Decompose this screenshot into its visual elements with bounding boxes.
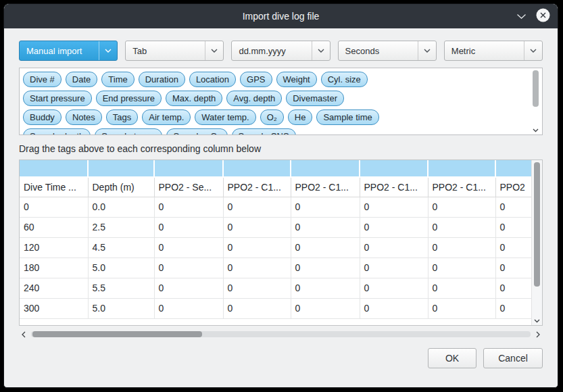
column-drop-target[interactable] (495, 160, 531, 177)
field-tag[interactable]: GPS (240, 72, 272, 87)
ok-button[interactable]: OK (428, 348, 476, 368)
scrollbar-handle[interactable] (534, 162, 540, 287)
field-tag[interactable]: Date (66, 72, 97, 87)
duration-format-select[interactable]: Seconds (338, 41, 437, 61)
column-header[interactable]: PPO2 - C1... (360, 177, 428, 197)
chevron-down-icon (99, 41, 117, 60)
field-tag[interactable]: Sample pO₂ (166, 128, 227, 135)
table-cell: 60 (20, 217, 88, 237)
column-header[interactable]: PPO2 - Se... (154, 177, 223, 197)
scrollbar-track[interactable] (31, 331, 531, 337)
scroll-right-arrow[interactable] (533, 331, 543, 338)
column-header[interactable]: PPO2 - C1... (291, 177, 360, 197)
column-header[interactable]: PPO2 - C1... (223, 177, 291, 197)
field-tag[interactable]: Cyl. size (321, 72, 368, 87)
combo-value: Seconds (339, 46, 418, 56)
combo-value: dd.mm.yyyy (232, 46, 311, 56)
import-dialog-window: Import dive log file Manual import Tab d… (3, 3, 558, 388)
field-tag[interactable]: Water temp. (195, 109, 255, 125)
units-select[interactable]: Metric (444, 41, 543, 61)
field-tag[interactable]: Start pressure (23, 91, 92, 106)
column-drop-target[interactable] (428, 160, 495, 177)
table-cell: 0 (428, 258, 495, 278)
table-row: 0 0.0 0 0 0 0 0 0 (20, 197, 531, 217)
dialog-content: Manual import Tab dd.mm.yyyy Seconds Met… (4, 28, 558, 388)
close-icon (536, 8, 550, 24)
column-drop-target[interactable] (360, 160, 428, 177)
date-format-select[interactable]: dd.mm.yyyy (231, 41, 330, 61)
field-tag[interactable]: Buddy (23, 109, 62, 125)
field-tag[interactable]: Sample time (316, 109, 378, 125)
field-tag[interactable]: Tags (106, 109, 138, 125)
chevron-down-icon (312, 41, 330, 60)
column-header[interactable]: PPO2 - C1... (428, 177, 495, 197)
table-cell: 0 (154, 258, 223, 278)
column-drop-target[interactable] (88, 160, 154, 177)
column-header[interactable]: Depth (m) (88, 177, 154, 197)
table-cell: 0 (428, 298, 495, 318)
table-cell: 120 (20, 237, 88, 258)
tag-row: Dive # Date Time Duration Location GPS W… (23, 72, 526, 87)
scrollbar-handle[interactable] (533, 70, 539, 107)
table-cell: 180 (20, 258, 88, 278)
table-cell: 0 (428, 278, 495, 298)
instruction-text: Drag the tags above to each correspondin… (19, 143, 543, 154)
field-tag[interactable]: End pressure (96, 91, 162, 106)
table-cell: 0 (495, 217, 531, 237)
shade-button[interactable] (516, 11, 527, 22)
field-tag[interactable]: Location (189, 72, 236, 87)
chevron-down-icon (516, 11, 527, 22)
scroll-down-arrow[interactable] (531, 128, 541, 132)
preview-table: Dive Time ... Depth (m) PPO2 - Se... PPO… (20, 160, 531, 319)
field-tag[interactable]: Sample depth (23, 128, 91, 135)
column-header[interactable]: Dive Time ... (20, 177, 88, 197)
table-cell: 0 (154, 278, 223, 298)
table-cell: 0 (360, 237, 428, 258)
table-row: 300 5.0 0 0 0 0 0 0 (20, 298, 531, 318)
tag-box: Dive # Date Time Duration Location GPS W… (19, 68, 543, 135)
table-cell: 0 (223, 237, 291, 258)
table-cell: 0 (495, 278, 531, 298)
field-tag[interactable]: Duration (139, 72, 185, 87)
field-tag[interactable]: Sample temp. (95, 128, 162, 135)
field-tag[interactable]: Weight (276, 72, 317, 87)
column-drop-target[interactable] (291, 160, 360, 177)
field-tag[interactable]: Divemaster (286, 91, 344, 106)
column-drop-target[interactable] (154, 160, 223, 177)
field-tag[interactable]: O₂ (260, 109, 284, 125)
table-cell: 0 (223, 217, 291, 237)
table-vscrollbar[interactable] (531, 160, 542, 325)
scrollbar-handle[interactable] (32, 331, 202, 337)
table-cell: 0 (291, 258, 360, 278)
field-tag[interactable]: Air temp. (142, 109, 191, 125)
field-tag[interactable]: Max. depth (166, 91, 222, 106)
field-tag[interactable]: Avg. depth (226, 91, 282, 106)
field-tag[interactable]: Dive # (23, 72, 62, 87)
table-cell: 0 (495, 258, 531, 278)
chevron-down-icon (205, 41, 223, 60)
scroll-left-arrow[interactable] (19, 331, 28, 338)
column-drop-target[interactable] (20, 160, 88, 177)
table-cell: 0 (20, 197, 88, 217)
field-tag[interactable]: Notes (66, 109, 102, 125)
field-tag[interactable]: Time (101, 72, 134, 87)
table-row: 60 2.5 0 0 0 0 0 0 (20, 217, 531, 237)
table-cell: 0 (360, 197, 428, 217)
table-hscrollbar[interactable] (19, 329, 543, 339)
table-cell: 0 (360, 278, 428, 298)
cancel-button[interactable]: Cancel (483, 348, 543, 368)
combo-value: Metric (445, 46, 524, 56)
table-cell: 0 (291, 278, 360, 298)
scroll-down-arrow[interactable] (532, 319, 542, 323)
import-mode-select[interactable]: Manual import (19, 41, 118, 61)
table-cell: 0 (154, 237, 223, 258)
field-tag[interactable]: He (288, 109, 313, 125)
column-header[interactable]: PPO2 (495, 177, 531, 197)
field-separator-select[interactable]: Tab (125, 41, 224, 61)
tagbox-scrollbar[interactable] (531, 70, 541, 133)
column-drop-target[interactable] (223, 160, 291, 177)
field-tag[interactable]: Sample CNS (232, 128, 296, 135)
table-cell: 0 (360, 217, 428, 237)
close-button[interactable] (536, 8, 550, 24)
table-cell: 0 (291, 298, 360, 318)
